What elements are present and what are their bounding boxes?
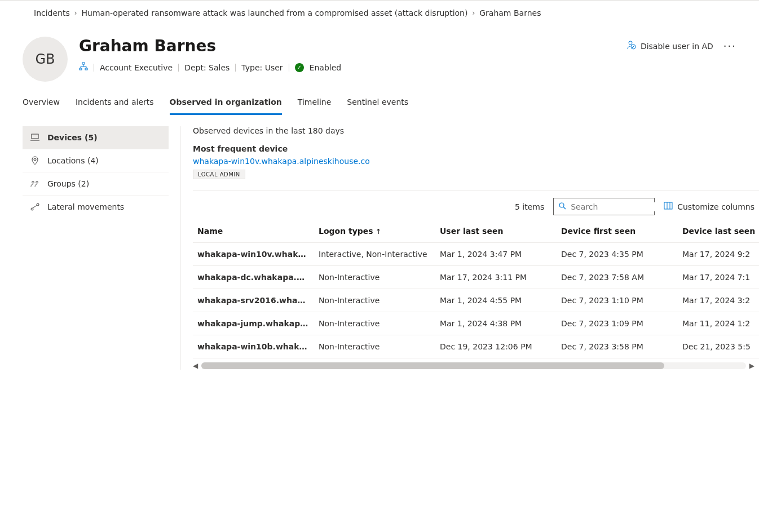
side-lateral[interactable]: Lateral movements xyxy=(23,196,169,218)
customize-columns-label: Customize columns xyxy=(677,202,754,211)
col-logon[interactable]: Logon types↑ xyxy=(314,220,435,243)
svg-rect-1 xyxy=(80,68,82,70)
table-row[interactable]: whakapa-jump.whakapa.alpine…Non-Interact… xyxy=(193,312,759,335)
most-frequent-label: Most frequent device xyxy=(193,144,759,153)
page-header: GB Graham Barnes Account Executive Dept:… xyxy=(0,25,759,82)
user-status: Enabled xyxy=(310,63,342,72)
person-disable-icon xyxy=(627,41,636,52)
svg-rect-12 xyxy=(664,202,672,209)
side-groups-label: Groups (2) xyxy=(47,179,89,188)
cell-dev-last: Mar 11, 2024 1:2 xyxy=(678,312,759,335)
cell-dev-first: Dec 7, 2023 3:58 PM xyxy=(557,335,678,358)
most-frequent-link[interactable]: whakapa-win10v.whakapa.alpineskihouse.co xyxy=(193,157,370,166)
table-row[interactable]: whakapa-win10b.whakapa.alpin…Non-Interac… xyxy=(193,335,759,358)
table-row[interactable]: whakapa-dc.whakapa.alpineski…Non-Interac… xyxy=(193,266,759,289)
search-icon xyxy=(558,202,566,211)
table-toolbar: 5 items Customize columns xyxy=(193,190,759,220)
group-icon xyxy=(30,180,39,188)
cell-logon: Non-Interactive xyxy=(314,266,435,289)
cell-user-last: Mar 1, 2024 3:47 PM xyxy=(435,243,557,266)
side-locations[interactable]: Locations (4) xyxy=(23,149,169,172)
tab-overview[interactable]: Overview xyxy=(23,97,60,115)
cell-name: whakapa-jump.whakapa.alpine… xyxy=(193,312,314,335)
user-dept: Dept: Sales xyxy=(184,63,230,72)
scroll-thumb[interactable] xyxy=(201,362,664,369)
col-dev-last[interactable]: Device last seen xyxy=(678,220,759,243)
svg-point-8 xyxy=(36,181,38,184)
cell-name: whakapa-win10b.whakapa.alpin… xyxy=(193,335,314,358)
svg-rect-0 xyxy=(82,63,85,64)
table-row[interactable]: whakapa-win10v.whakapa.alpin…Interactive… xyxy=(193,243,759,266)
user-role: Account Executive xyxy=(100,63,173,72)
cell-dev-first: Dec 7, 2023 4:35 PM xyxy=(557,243,678,266)
cell-dev-last: Mar 17, 2024 7:1 xyxy=(678,266,759,289)
svg-rect-2 xyxy=(85,68,87,70)
col-dev-first[interactable]: Device first seen xyxy=(557,220,678,243)
cell-dev-last: Mar 17, 2024 3:2 xyxy=(678,289,759,312)
col-name[interactable]: Name xyxy=(193,220,314,243)
svg-point-7 xyxy=(32,181,34,184)
breadcrumb-user[interactable]: Graham Barnes xyxy=(479,8,541,17)
breadcrumb-incidents[interactable]: Incidents xyxy=(34,8,70,17)
cell-logon: Non-Interactive xyxy=(314,312,435,335)
col-user-last[interactable]: User last seen xyxy=(435,220,557,243)
cell-dev-first: Dec 7, 2023 1:10 PM xyxy=(557,289,678,312)
scroll-right-icon[interactable]: ▶ xyxy=(749,362,754,370)
cell-user-last: Mar 17, 2024 3:11 PM xyxy=(435,266,557,289)
side-groups[interactable]: Groups (2) xyxy=(23,172,169,196)
cell-user-last: Mar 1, 2024 4:38 PM xyxy=(435,312,557,335)
search-box[interactable] xyxy=(553,198,655,215)
cell-dev-first: Dec 7, 2023 7:58 AM xyxy=(557,266,678,289)
cell-dev-last: Mar 17, 2024 9:2 xyxy=(678,243,759,266)
cell-name: whakapa-win10v.whakapa.alpin… xyxy=(193,243,314,266)
scroll-left-icon[interactable]: ◀ xyxy=(193,362,198,370)
laptop-icon xyxy=(30,134,39,141)
observed-label: Observed devices in the last 180 days xyxy=(193,126,759,135)
avatar: GB xyxy=(23,37,68,82)
page-title: Graham Barnes xyxy=(79,37,616,55)
columns-icon xyxy=(664,202,673,211)
cell-user-last: Mar 1, 2024 4:55 PM xyxy=(435,289,557,312)
svg-point-11 xyxy=(559,203,564,207)
search-input[interactable] xyxy=(571,202,669,211)
tab-observed[interactable]: Observed in organization xyxy=(170,97,282,115)
svg-point-9 xyxy=(31,208,33,210)
table-row[interactable]: whakapa-srv2016.whakapa.alpi…Non-Interac… xyxy=(193,289,759,312)
side-lateral-label: Lateral movements xyxy=(47,202,124,211)
org-icon xyxy=(79,62,88,73)
sort-asc-icon: ↑ xyxy=(376,228,381,236)
devices-table: Name Logon types↑ User last seen Device … xyxy=(193,220,759,358)
user-type: Type: User xyxy=(241,63,283,72)
breadcrumb-incident-name[interactable]: Human-operated ransomware attack was lau… xyxy=(82,8,468,17)
breadcrumb: Incidents › Human-operated ransomware at… xyxy=(0,1,759,25)
check-icon: ✓ xyxy=(295,63,304,72)
cell-logon: Interactive, Non-Interactive xyxy=(314,243,435,266)
local-admin-badge: LOCAL ADMIN xyxy=(193,170,245,179)
horizontal-scrollbar[interactable]: ◀ ▶ xyxy=(193,358,759,370)
items-count: 5 items xyxy=(515,202,544,211)
customize-columns[interactable]: Customize columns xyxy=(664,202,754,211)
disable-user-label: Disable user in AD xyxy=(641,42,713,51)
svg-rect-5 xyxy=(32,134,38,139)
side-nav: Devices (5) Locations (4) Groups (2) Lat… xyxy=(23,126,180,370)
tab-incidents[interactable]: Incidents and alerts xyxy=(76,97,154,115)
svg-point-6 xyxy=(34,158,36,161)
svg-point-3 xyxy=(629,41,632,45)
chevron-right-icon: › xyxy=(472,9,475,17)
cell-logon: Non-Interactive xyxy=(314,289,435,312)
tab-sentinel[interactable]: Sentinel events xyxy=(347,97,408,115)
tab-timeline[interactable]: Timeline xyxy=(298,97,332,115)
chevron-right-icon: › xyxy=(74,9,77,17)
cell-user-last: Dec 19, 2023 12:06 PM xyxy=(435,335,557,358)
summary-block: Observed devices in the last 180 days Mo… xyxy=(193,126,759,190)
side-devices[interactable]: Devices (5) xyxy=(23,126,169,149)
user-meta: Account Executive Dept: Sales Type: User… xyxy=(79,62,616,73)
lateral-icon xyxy=(30,203,39,211)
more-button[interactable]: ··· xyxy=(723,40,736,52)
tabs: Overview Incidents and alerts Observed i… xyxy=(0,82,759,115)
scroll-track[interactable] xyxy=(201,362,746,369)
disable-user-button[interactable]: Disable user in AD xyxy=(627,41,713,52)
cell-name: whakapa-srv2016.whakapa.alpi… xyxy=(193,289,314,312)
cell-dev-first: Dec 7, 2023 1:09 PM xyxy=(557,312,678,335)
cell-name: whakapa-dc.whakapa.alpineski… xyxy=(193,266,314,289)
